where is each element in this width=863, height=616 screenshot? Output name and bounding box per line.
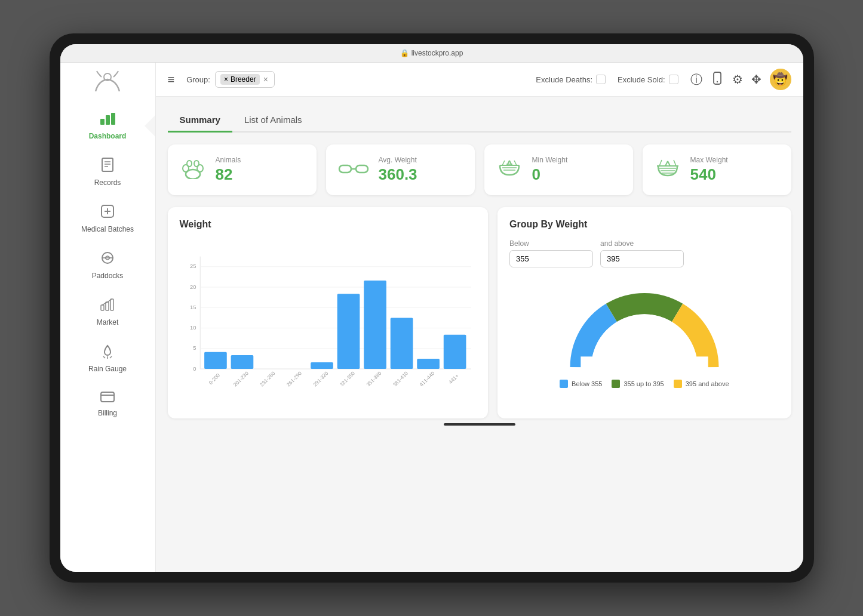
svg-text:261-290: 261-290	[285, 370, 302, 387]
min-weight-label: Min Weight	[532, 156, 568, 164]
svg-rect-62	[231, 355, 253, 369]
legend-dot-below	[560, 380, 568, 388]
semicircle-container: Below 355 355 up to 395 395 and above	[509, 277, 779, 388]
user-avatar[interactable]: 🤠	[770, 69, 791, 90]
svg-line-46	[674, 160, 676, 166]
svg-text:321-350: 321-350	[338, 370, 355, 387]
svg-text:441+: 441+	[447, 372, 460, 385]
svg-text:231-260: 231-260	[259, 370, 276, 387]
svg-line-36	[502, 161, 505, 165]
group-tag[interactable]: × Breeder	[220, 74, 260, 85]
svg-rect-13	[101, 305, 104, 310]
svg-rect-2	[106, 115, 110, 125]
group-chart-title: Group By Weight	[509, 219, 779, 230]
info-icon[interactable]: ⓘ	[690, 72, 702, 88]
browser-url: livestockpro.app	[411, 49, 463, 57]
weight-chart-title: Weight	[180, 219, 477, 230]
below-filter: Below	[509, 239, 593, 267]
svg-point-27	[194, 161, 199, 167]
bar-chart-container: 0 5 10 15 20 25	[180, 239, 477, 406]
tab-list-of-animals[interactable]: List of Animals	[232, 109, 314, 133]
above-input[interactable]	[600, 250, 684, 267]
legend-dot-middle	[612, 380, 620, 388]
semicircle-svg	[555, 277, 734, 372]
svg-rect-66	[337, 294, 360, 369]
svg-line-35	[509, 161, 512, 165]
svg-rect-67	[364, 281, 386, 369]
sidebar-item-records[interactable]: Records	[60, 149, 155, 195]
sidebar-item-medical-batches[interactable]: Medical Batches	[60, 195, 155, 242]
clear-group-button[interactable]: ×	[263, 75, 268, 84]
svg-rect-65	[311, 362, 333, 369]
billing-icon	[100, 390, 115, 406]
bar-chart-svg: 0 5 10 15 20 25	[180, 239, 477, 406]
legend-label-below: Below 355	[572, 380, 602, 387]
filter-row: Below and above	[509, 239, 779, 267]
group-label: Group:	[186, 75, 210, 84]
svg-text:291-320: 291-320	[312, 370, 329, 387]
svg-line-37	[514, 161, 517, 165]
svg-text:10: 10	[189, 324, 195, 331]
svg-text:5: 5	[193, 344, 196, 351]
weight-chart-card: Weight	[168, 207, 489, 418]
exclude-deaths-label: Exclude Deaths:	[536, 75, 592, 84]
exclude-sold-label: Exclude Sold:	[618, 75, 665, 84]
sidebar-item-rain-gauge-label: Rain Gauge	[88, 365, 127, 373]
exclude-sold-option: Exclude Sold:	[618, 75, 678, 84]
sidebar-item-billing[interactable]: Billing	[60, 381, 155, 426]
svg-point-26	[187, 161, 192, 167]
sidebar-item-market-label: Market	[97, 318, 119, 327]
exclude-sold-checkbox[interactable]	[669, 75, 678, 84]
svg-line-16	[103, 356, 105, 358]
hamburger-button[interactable]: ≡	[168, 73, 175, 87]
svg-line-44	[668, 161, 670, 166]
above-filter: and above	[600, 239, 684, 267]
paddocks-icon	[100, 250, 115, 269]
stat-info-max-weight: Max Weight 540	[690, 156, 728, 184]
legend-label-above: 395 and above	[686, 380, 729, 387]
svg-rect-4	[102, 158, 113, 171]
sidebar: Dashboard Records	[60, 63, 156, 572]
svg-text:15: 15	[189, 304, 195, 310]
svg-rect-15	[110, 299, 113, 310]
tab-summary[interactable]: Summary	[168, 109, 232, 133]
svg-text:381-410: 381-410	[391, 370, 409, 387]
below-input[interactable]	[509, 250, 593, 267]
legend-above-395: 395 and above	[674, 380, 729, 388]
svg-text:0: 0	[193, 365, 196, 372]
sidebar-item-paddocks[interactable]: Paddocks	[60, 242, 155, 288]
stat-info-min-weight: Min Weight 0	[532, 156, 568, 184]
settings-icon[interactable]: ⚙	[732, 72, 743, 87]
header-icons: ⓘ ⚙ ✥ 🤠	[690, 69, 791, 90]
move-icon[interactable]: ✥	[751, 72, 761, 87]
phone-icon[interactable]	[711, 72, 724, 88]
svg-line-18	[110, 356, 112, 358]
exclude-deaths-option: Exclude Deaths:	[536, 75, 606, 84]
charts-row: Weight	[168, 207, 791, 418]
svg-rect-29	[356, 165, 368, 173]
svg-rect-19	[101, 392, 114, 402]
group-tag-x[interactable]: ×	[224, 75, 228, 84]
svg-line-34	[507, 161, 509, 165]
sidebar-item-billing-label: Billing	[98, 409, 117, 417]
sidebar-item-market[interactable]: Market	[60, 288, 155, 335]
sidebar-item-rain-gauge[interactable]: Rain Gauge	[60, 335, 155, 381]
sidebar-item-medical-batches-label: Medical Batches	[81, 225, 134, 233]
svg-point-22	[716, 81, 717, 82]
sidebar-item-dashboard[interactable]: Dashboard	[60, 103, 155, 149]
above-label: and above	[600, 239, 684, 248]
lock-icon: 🔒	[400, 49, 409, 57]
tabs: Summary List of Animals	[168, 109, 791, 133]
medical-batches-icon	[100, 204, 115, 223]
exclude-deaths-checkbox[interactable]	[596, 75, 606, 84]
logo[interactable]	[90, 69, 125, 98]
stat-card-animals: Animals 82	[168, 144, 317, 195]
legend-355-to-395: 355 up to 395	[612, 380, 664, 388]
stat-card-max-weight: Max Weight 540	[643, 144, 791, 195]
avg-weight-value: 360.3	[379, 165, 417, 184]
market-icon	[100, 297, 115, 316]
stat-card-min-weight: Min Weight 0	[484, 144, 633, 195]
stat-info-animals: Animals 82	[216, 156, 241, 184]
svg-rect-69	[417, 359, 440, 369]
sidebar-item-records-label: Records	[94, 178, 121, 187]
